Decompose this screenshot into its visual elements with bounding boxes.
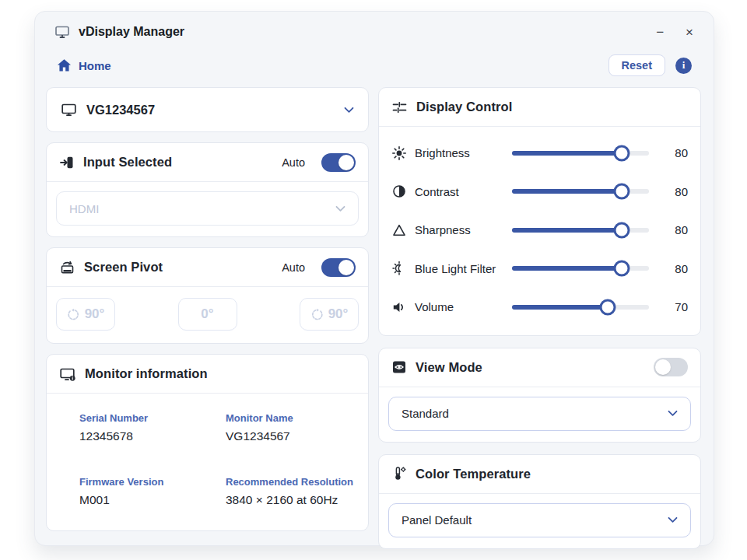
screen-pivot-card: Screen Pivot Auto 90° <box>46 247 369 344</box>
sharpness-slider[interactable] <box>512 228 649 233</box>
minimize-button[interactable]: − <box>656 26 664 39</box>
pivot-button-label: 0° <box>201 306 213 322</box>
titlebar: vDisplay Manager − × <box>35 12 714 40</box>
view-mode-icon <box>391 359 407 375</box>
info-field-label: Firmware Version <box>79 476 226 488</box>
color-temperature-header: Color Temperature <box>379 455 700 494</box>
input-source-select[interactable]: HDMI <box>56 191 359 226</box>
input-source-icon <box>59 155 75 170</box>
info-field-value: 3840 × 2160 at 60Hz <box>226 493 356 507</box>
contrast-icon <box>391 184 407 199</box>
pivot-button-label: 90° <box>85 306 105 322</box>
color-temperature-value: Panel Default <box>402 513 472 527</box>
blue-light-icon <box>391 261 407 276</box>
home-link[interactable]: Home <box>57 58 111 72</box>
slider-value: 80 <box>661 185 688 198</box>
slider-row-contrast: Contrast 80 <box>391 173 688 212</box>
info-field-monitor-name: Monitor Name VG1234567 <box>226 412 356 443</box>
toggle-knob <box>338 155 354 170</box>
screen-pivot-icon <box>59 260 75 275</box>
color-temperature-icon <box>391 466 407 481</box>
view-mode-title: View Mode <box>416 360 482 375</box>
input-selected-card: Input Selected Auto HDMI <box>46 142 369 237</box>
slider-thumb[interactable] <box>613 145 630 161</box>
toolbar: Home Reset i <box>35 40 714 76</box>
info-field-serial-number: Serial Number 12345678 <box>79 412 226 443</box>
info-field-label: Serial Number <box>79 412 226 424</box>
pivot-cw-90-button[interactable]: 90° <box>300 298 359 331</box>
slider-thumb[interactable] <box>613 261 630 277</box>
info-field-label: Monitor Name <box>226 412 356 424</box>
monitor-selector-value: VG1234567 <box>86 103 335 117</box>
brightness-icon <box>391 145 407 161</box>
info-field-value: 12345678 <box>79 429 226 443</box>
volume-icon <box>391 299 407 315</box>
chevron-down-icon <box>335 205 345 212</box>
screen-pivot-title: Screen Pivot <box>84 260 163 275</box>
screen-pivot-header: Screen Pivot Auto <box>47 248 368 287</box>
volume-slider[interactable] <box>512 305 649 310</box>
pivot-auto-toggle[interactable] <box>321 258 356 277</box>
input-source-value: HDMI <box>69 202 99 215</box>
info-icon[interactable]: i <box>675 58 692 74</box>
rotate-ccw-icon <box>67 308 80 321</box>
app-monitor-icon <box>54 23 71 40</box>
monitor-info-icon <box>59 366 76 382</box>
slider-value: 80 <box>661 146 688 159</box>
info-field-value: VG1234567 <box>226 429 356 443</box>
pivot-ccw-90-button[interactable]: 90° <box>56 298 115 331</box>
slider-value: 70 <box>661 300 688 313</box>
slider-thumb[interactable] <box>613 222 630 238</box>
slider-label: Contrast <box>415 185 504 198</box>
slider-value: 80 <box>661 262 688 275</box>
slider-thumb[interactable] <box>600 299 616 315</box>
input-auto-toggle[interactable] <box>321 153 356 172</box>
chevron-down-icon <box>668 516 678 523</box>
slider-row-blue-light: Blue Light Filter 80 <box>391 250 688 289</box>
slider-fill <box>512 228 622 233</box>
brightness-slider[interactable] <box>512 151 649 156</box>
toggle-knob <box>338 260 354 275</box>
reset-button[interactable]: Reset <box>608 54 666 76</box>
slider-label: Sharpness <box>415 223 504 236</box>
blue-light-slider[interactable] <box>512 266 649 271</box>
sharpness-icon <box>391 222 407 238</box>
contrast-slider[interactable] <box>512 189 649 194</box>
monitor-information-header: Monitor information <box>47 355 368 394</box>
input-selected-title: Input Selected <box>83 155 172 170</box>
slider-fill <box>512 305 608 310</box>
home-label: Home <box>79 59 111 72</box>
rotate-cw-icon <box>310 308 324 321</box>
slider-row-brightness: Brightness 80 <box>391 134 688 173</box>
info-field-value: M001 <box>79 493 226 507</box>
app-title: vDisplay Manager <box>79 25 184 39</box>
home-icon <box>57 58 72 72</box>
view-mode-toggle[interactable] <box>654 358 688 376</box>
slider-thumb[interactable] <box>613 184 630 200</box>
display-control-card: Display Control Brightness <box>378 87 701 336</box>
view-mode-select[interactable]: Standard <box>388 397 691 431</box>
display-control-title: Display Control <box>416 100 512 114</box>
slider-row-sharpness: Sharpness 80 <box>391 211 688 250</box>
slider-label: Brightness <box>415 146 504 159</box>
input-auto-label: Auto <box>282 156 305 169</box>
pivot-auto-label: Auto <box>282 261 305 274</box>
slider-fill <box>512 151 622 156</box>
monitor-selector[interactable]: VG1234567 <box>46 87 369 132</box>
monitor-information-title: Monitor information <box>85 366 208 381</box>
slider-value: 80 <box>661 223 688 236</box>
monitor-icon <box>61 102 77 117</box>
slider-label: Volume <box>415 300 504 313</box>
slider-label: Blue Light Filter <box>415 262 504 275</box>
color-temperature-select[interactable]: Panel Default <box>388 503 691 537</box>
input-selected-header: Input Selected Auto <box>47 143 368 182</box>
app-window: vDisplay Manager − × Home Reset i <box>34 11 714 546</box>
info-field-recommended-resolution: Recommended Resolution 3840 × 2160 at 60… <box>226 476 356 507</box>
main-content: VG1234567 Input Selected Au <box>35 76 714 549</box>
chevron-down-icon <box>668 410 678 417</box>
color-temperature-title: Color Temperature <box>416 467 531 481</box>
close-button[interactable]: × <box>686 26 693 39</box>
view-mode-header: View Mode <box>379 348 700 387</box>
pivot-0-button[interactable]: 0° <box>178 298 237 331</box>
info-field-label: Recommended Resolution <box>226 476 356 488</box>
